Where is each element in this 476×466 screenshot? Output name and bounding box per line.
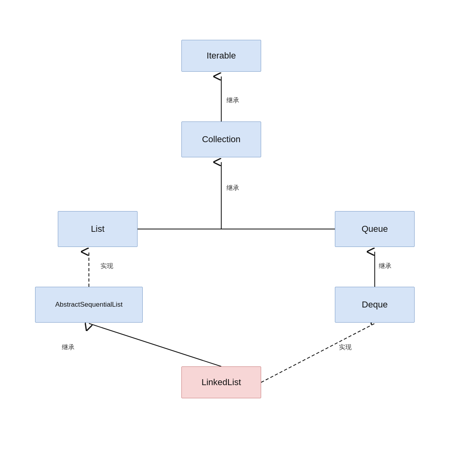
queue-label: Queue [362,224,388,234]
list-node: List [58,211,138,247]
abstract-sequential-list-node: AbstractSequentialList [35,287,143,323]
svg-line-6 [261,323,375,382]
label-iterable-collection: 继承 [226,96,239,105]
linked-list-label: LinkedList [201,377,241,388]
collection-label: Collection [202,134,241,145]
label-collection-list-queue: 继承 [226,184,239,192]
collection-node: Collection [181,121,261,157]
label-queue-deque: 继承 [379,262,391,270]
label-list-abstract: 实现 [100,262,113,270]
iterable-label: Iterable [207,51,236,61]
diagram-container: Iterable Collection List Queue AbstractS… [0,0,476,466]
list-label: List [91,224,104,234]
deque-label: Deque [362,300,388,310]
svg-line-4 [89,323,221,366]
linked-list-node: LinkedList [181,366,261,398]
iterable-node: Iterable [181,40,261,72]
queue-node: Queue [335,211,415,247]
abstract-sequential-list-label: AbstractSequentialList [55,301,122,309]
deque-node: Deque [335,287,415,323]
label-abstract-linked: 继承 [62,343,75,352]
label-deque-linked: 实现 [339,343,352,352]
